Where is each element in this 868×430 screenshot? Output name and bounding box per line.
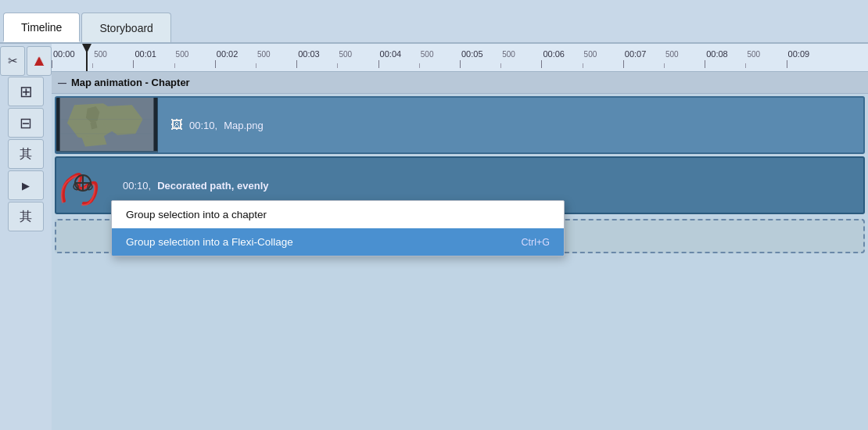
timeline-area: 00:0050000:0150000:0250000:0350000:04500… bbox=[52, 44, 868, 430]
unlink-button[interactable]: 其 bbox=[8, 139, 44, 169]
chapter-row: — Map animation - Chapter bbox=[52, 72, 868, 94]
marker-button[interactable]: ⯅ bbox=[27, 46, 52, 76]
track-path-name: Decorated path, evenly bbox=[157, 180, 268, 192]
tab-timeline[interactable]: Timeline bbox=[3, 13, 80, 42]
track-thumb-overlay bbox=[56, 98, 158, 152]
ruler: 00:0050000:0150000:0250000:0350000:04500… bbox=[52, 44, 868, 72]
tab-bar: Timeline Storyboard bbox=[0, 0, 868, 44]
left-toolbar: ✂ ⯅ ⊞ ⊟ 其 ▶ 其 bbox=[0, 44, 52, 430]
image-icon: 🖼 bbox=[170, 118, 183, 132]
trim-button[interactable]: 其 bbox=[8, 202, 44, 231]
chapter-title: Map animation - Chapter bbox=[71, 77, 190, 88]
scissors-button[interactable]: ✂ bbox=[0, 46, 25, 76]
context-menu-item-chapter[interactable]: Group selection into a chapter bbox=[112, 201, 564, 228]
ruler-inner: 00:0050000:0150000:0250000:0350000:04500… bbox=[52, 44, 868, 71]
track-map-time: 00:10, bbox=[189, 120, 217, 131]
track-map[interactable]: 🖼 00:10, Map.png bbox=[55, 96, 865, 154]
track-map-name: Map.png bbox=[224, 120, 264, 131]
track-path-time: 00:10, bbox=[123, 180, 151, 192]
context-menu: Group selection into a chapter Group sel… bbox=[111, 200, 565, 256]
main-area: ✂ ⯅ ⊞ ⊟ 其 ▶ 其 00:0050000:0150000:0250000… bbox=[0, 44, 868, 430]
context-menu-item-chapter-label: Group selection into a chapter bbox=[126, 209, 267, 220]
group-button[interactable]: ⊞ bbox=[8, 77, 44, 106]
track-path-thumbnail bbox=[56, 158, 109, 211]
chapter-collapse-icon[interactable]: — bbox=[58, 78, 66, 88]
play-button[interactable]: ▶ bbox=[8, 170, 44, 200]
tab-storyboard[interactable]: Storyboard bbox=[81, 13, 170, 42]
context-menu-item-flexi-label: Group selection into a Flexi-Collage bbox=[126, 236, 293, 248]
track-map-info: 🖼 00:10, Map.png bbox=[163, 98, 271, 152]
path-icon-svg bbox=[56, 158, 109, 211]
context-menu-item-flexi[interactable]: Group selection into a Flexi-Collage Ctr… bbox=[112, 228, 564, 256]
link-button[interactable]: ⊟ bbox=[8, 108, 44, 138]
context-menu-item-flexi-shortcut: Ctrl+G bbox=[522, 237, 550, 248]
